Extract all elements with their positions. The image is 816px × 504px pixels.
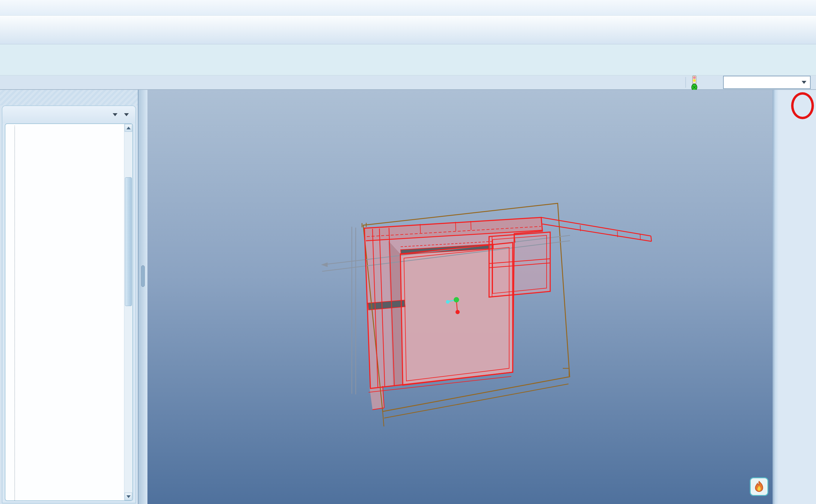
model-tree-box [5,123,133,501]
panel-sash[interactable] [138,90,147,504]
tree-settings-button[interactable] [122,113,131,116]
message-line [3,45,813,55]
model-tree [5,126,123,500]
tree-show-button[interactable] [111,113,119,116]
message-line [3,55,813,65]
scrollbar-thumb[interactable] [125,177,132,306]
watermark-flame-icon [750,477,768,496]
main-toolbar [0,16,816,44]
tree-panel-frame [2,105,136,503]
tree-scrollbar[interactable] [124,124,132,500]
chevron-down-icon [124,113,129,116]
menu-bar [0,0,816,16]
message-area [0,44,816,75]
message-line [3,65,813,74]
divider [685,77,686,88]
selection-filter-dropdown[interactable] [723,76,811,89]
tree-guide-line [14,126,15,500]
panel-tabs [0,90,138,105]
status-bar [0,75,816,90]
feature-toolbar [773,90,816,504]
annotation-red-circle [791,92,814,119]
chevron-down-icon [113,113,117,116]
watermark [750,477,771,497]
model-tree-panel [0,90,138,504]
viewport-3d[interactable] [147,90,773,504]
selection-status-icon [691,75,698,89]
scroll-down-button[interactable] [125,493,132,500]
sash-handle[interactable] [141,265,145,287]
tree-panel-header [2,106,135,123]
chevron-down-icon [802,81,806,84]
scroll-up-button[interactable] [125,124,132,132]
